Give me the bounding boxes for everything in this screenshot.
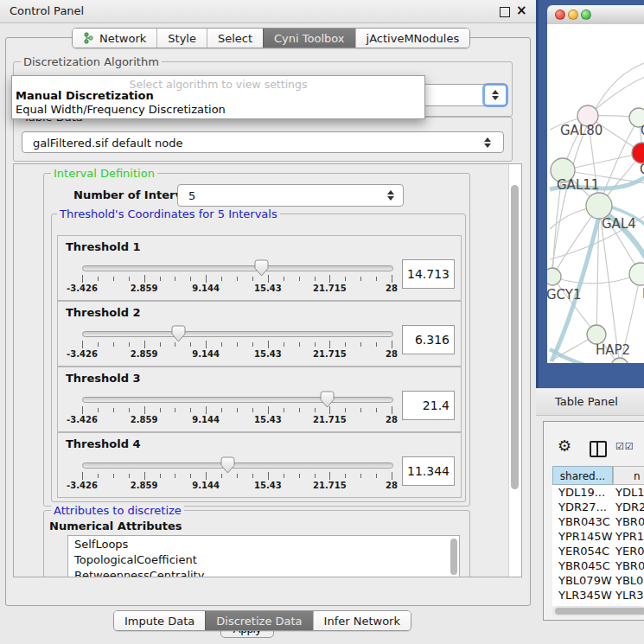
threshold-label: Threshold 2 [66, 306, 141, 319]
tab-jactivemnodules[interactable]: jActiveMNodules [355, 29, 470, 48]
close-traffic-light-icon[interactable] [555, 10, 565, 20]
control-panel-tabs: NetworkStyleSelectCyni ToolboxjActiveMNo… [72, 28, 470, 48]
slider-ticks [82, 341, 392, 348]
network-edge [599, 118, 639, 206]
tab-style[interactable]: Style [156, 29, 207, 48]
attribute-list-item[interactable]: TopologicalCoefficient [68, 552, 459, 567]
table-browser: ⚙ ☑☑ shared... n YDL19...YDL1 YDR27...YD… [543, 421, 644, 621]
num-intervals-value: 5 [188, 189, 195, 202]
control-panel-titlebar: Control Panel × [0, 0, 536, 23]
attributes-group: Attributes to discretize Numerical Attri… [43, 510, 470, 577]
table-row[interactable]: YIL052CYIL0 [552, 603, 644, 605]
threshold-slider[interactable]: -3.4262.8599.14415.4321.71528 [82, 392, 392, 428]
popup-menu-item[interactable]: Manual Discretization [16, 89, 154, 102]
cell-name: YDR2 [615, 500, 644, 514]
table-row[interactable]: YBR043CYBR0 [552, 514, 644, 529]
table-row[interactable]: YBR045CYBR0 [552, 558, 644, 573]
slider-thumb-icon[interactable] [171, 325, 186, 342]
table-row[interactable]: YDL19...YDL1 [552, 485, 644, 500]
node-label: HAP2 [596, 342, 630, 358]
threshold-panel: Threshold 1 -3.4262.8599.14415.4321.7152… [57, 235, 462, 301]
slider-track[interactable] [82, 397, 393, 403]
table-rows: YDL19...YDL1 YDR27...YDR2 YBR043CYBR0 YP… [552, 485, 644, 605]
column-header-shared-name[interactable]: shared... [552, 466, 613, 485]
threshold-value-field[interactable]: 14.713 [402, 259, 455, 289]
threshold-label: Threshold 1 [66, 240, 141, 253]
tab-network[interactable]: Network [73, 29, 156, 48]
tab-infer-network[interactable]: Infer Network [313, 611, 411, 630]
slider-tick-labels: -3.4262.8599.14415.4321.71528 [82, 284, 392, 294]
node-label: GAL80 [560, 123, 603, 138]
vertical-scrollbar[interactable] [508, 164, 521, 577]
num-intervals-combobox[interactable]: 5 [177, 184, 404, 207]
thresholds-group: Threshold's Coordinates for 5 Intervals … [51, 214, 466, 502]
attributes-group-title: Attributes to discretize [51, 504, 184, 517]
threshold-label: Threshold 4 [66, 437, 141, 450]
slider-thumb-icon[interactable] [254, 259, 269, 277]
threshold-slider[interactable]: -3.4262.8599.14415.4321.71528 [82, 326, 392, 362]
attribute-items: SelfLoopsTopologicalCoefficientBetweenne… [68, 536, 459, 577]
network-icon [83, 32, 94, 44]
table-panel-title: Table Panel [555, 395, 618, 408]
slider-thumb-icon[interactable] [220, 456, 235, 474]
minimize-traffic-light-icon[interactable] [568, 10, 578, 20]
network-node[interactable] [629, 263, 644, 285]
tab-discretize-data[interactable]: Discretize Data [205, 611, 312, 630]
scrollbar-thumb[interactable] [555, 608, 644, 615]
gear-icon[interactable]: ⚙ [558, 437, 571, 455]
table-row[interactable]: YER054CYER0 [552, 544, 644, 558]
tab-cyni-toolbox[interactable]: Cyni Toolbox [263, 29, 355, 48]
network-node[interactable] [547, 268, 561, 285]
slider-ticks [82, 406, 392, 414]
slider-tick-labels: -3.4262.8599.14415.4321.71528 [82, 349, 392, 360]
close-icon[interactable]: × [516, 3, 527, 18]
horizontal-scrollbar[interactable] [552, 606, 644, 616]
split-columns-icon[interactable] [590, 441, 607, 457]
network-node[interactable] [632, 143, 644, 163]
arrow-up-icon [484, 137, 491, 142]
network-window-titlebar[interactable] [547, 5, 644, 25]
arrow-up-icon [492, 90, 499, 94]
network-node[interactable] [587, 325, 606, 344]
table-row[interactable]: YPR145WYPR1 [552, 529, 644, 544]
node-label: GCY1 [547, 287, 582, 303]
cell-name: YBL0 [615, 573, 643, 588]
popup-menu-item[interactable]: Equal Width/Frequency Discretization [16, 103, 226, 116]
table-row[interactable]: YBL079WYBL0 [552, 573, 644, 588]
slider-track[interactable] [82, 462, 393, 469]
tab-select[interactable]: Select [207, 29, 263, 48]
slider-tick-labels: -3.4262.8599.14415.4321.71528 [82, 415, 392, 425]
threshold-slider[interactable]: -3.4262.8599.14415.4321.71528 [82, 260, 392, 296]
attributes-list[interactable]: SelfLoopsTopologicalCoefficientBetweenne… [67, 535, 460, 577]
select-columns-icon[interactable]: ☑☑ [615, 441, 634, 452]
scrollbar-thumb[interactable] [511, 185, 519, 489]
float-window-icon[interactable] [500, 7, 510, 17]
tab-impute-data[interactable]: Impute Data [114, 611, 205, 630]
slider-track[interactable] [82, 331, 393, 337]
attributes-scrollbar[interactable] [450, 539, 457, 575]
table-data-combobox[interactable]: galFiltered.sif default node [22, 131, 504, 153]
threshold-value-field[interactable]: 11.344 [402, 456, 455, 486]
slider-thumb-icon[interactable] [320, 391, 335, 408]
attribute-list-item[interactable]: SelfLoops [68, 536, 459, 552]
cell-shared-name: YDL19... [552, 485, 615, 500]
numerical-attributes-heading: Numerical Attributes [49, 520, 182, 532]
slider-track[interactable] [82, 265, 393, 271]
cell-name: YDL1 [615, 485, 644, 500]
slider-ticks [82, 472, 392, 480]
attribute-list-item[interactable]: BetweennessCentrality [68, 567, 459, 577]
table-row[interactable]: YDR27...YDR2 [552, 500, 644, 514]
thresholds-group-title: Threshold's Coordinates for 5 Intervals [57, 207, 280, 220]
zoom-traffic-light-icon[interactable] [581, 10, 591, 20]
screen: Control Panel × Discretization Algorithm… [0, 0, 644, 644]
network-canvas[interactable]: GAL80GACGAL11GAL4GCY1HHAP2 [547, 24, 644, 363]
network-node[interactable] [586, 193, 612, 219]
cell-shared-name: YBR045C [552, 558, 615, 573]
cyni-mode-tabs: Impute DataDiscretize DataInfer Network [113, 610, 411, 631]
threshold-slider[interactable]: -3.4262.8599.14415.4321.71528 [82, 457, 392, 494]
column-header-name[interactable]: n [613, 466, 644, 485]
threshold-value-field[interactable]: 21.4 [402, 391, 455, 420]
table-row[interactable]: YLR345WYLR3 [552, 588, 644, 603]
threshold-value-field[interactable]: 6.316 [402, 325, 455, 354]
combobox-stepper[interactable] [485, 86, 506, 105]
